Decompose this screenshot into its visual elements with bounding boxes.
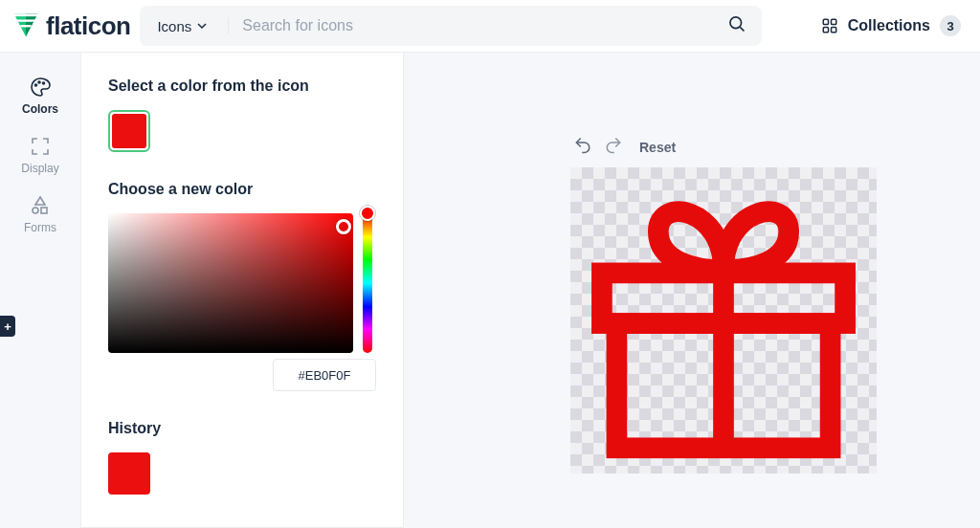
flaticon-logo-icon — [11, 11, 40, 40]
redo-icon — [605, 137, 622, 154]
svg-rect-2 — [20, 25, 31, 27]
category-dropdown-label: Icons — [157, 18, 191, 34]
svg-rect-8 — [831, 28, 835, 33]
svg-point-9 — [35, 84, 37, 86]
icon-preview — [570, 167, 877, 473]
logo-text: flaticon — [46, 11, 130, 41]
sv-thumb[interactable] — [336, 219, 351, 234]
svg-rect-6 — [831, 19, 835, 24]
chevron-down-icon — [197, 21, 207, 31]
search-icon — [727, 14, 746, 33]
tool-forms-label: Forms — [24, 221, 56, 234]
search-button[interactable] — [712, 14, 762, 37]
svg-rect-0 — [14, 14, 37, 16]
tool-colors[interactable]: Colors — [6, 66, 75, 123]
fullscreen-icon — [29, 135, 52, 158]
history-swatch-1[interactable] — [108, 452, 150, 495]
tool-forms[interactable]: Forms — [6, 185, 75, 242]
grid-icon — [821, 17, 838, 34]
select-color-title: Select a color from the icon — [108, 77, 376, 95]
tool-rail: Colors Display Forms + — [0, 53, 80, 528]
undo-icon — [574, 137, 591, 154]
canvas-area: Reset — [404, 53, 980, 528]
category-dropdown[interactable]: Icons — [140, 6, 224, 46]
tool-display[interactable]: Display — [6, 125, 75, 183]
color-panel: Select a color from the icon Choose a ne… — [80, 53, 404, 528]
app-header: flaticon Icons Collections 3 — [0, 0, 980, 53]
tool-display-label: Display — [21, 162, 58, 175]
redo-button[interactable] — [601, 133, 626, 162]
hue-slider[interactable] — [363, 213, 372, 353]
logo[interactable]: flaticon — [11, 11, 130, 41]
svg-point-11 — [43, 82, 45, 84]
svg-rect-13 — [41, 208, 47, 213]
undo-button[interactable] — [570, 133, 595, 162]
hue-thumb[interactable] — [360, 206, 375, 221]
saturation-value-picker[interactable] — [108, 213, 353, 353]
svg-rect-7 — [823, 28, 828, 33]
reset-button[interactable]: Reset — [639, 140, 676, 155]
search-bar: Icons — [140, 6, 762, 46]
main-area: Colors Display Forms + Select a color fr… — [0, 53, 980, 528]
search-input[interactable] — [228, 17, 712, 34]
shapes-icon — [29, 194, 52, 217]
svg-point-3 — [730, 17, 742, 29]
collections-button[interactable]: Collections 3 — [813, 15, 969, 36]
svg-rect-5 — [823, 19, 828, 24]
icon-color-swatch[interactable] — [108, 110, 150, 152]
svg-rect-1 — [17, 19, 35, 21]
expand-rail-button[interactable]: + — [0, 316, 15, 337]
choose-color-title: Choose a new color — [108, 181, 376, 198]
collections-count-badge: 3 — [940, 15, 961, 36]
tool-colors-label: Colors — [22, 102, 58, 116]
svg-point-10 — [38, 81, 40, 83]
gift-icon — [575, 172, 872, 469]
svg-line-4 — [741, 27, 745, 31]
history-title: History — [108, 420, 376, 437]
collections-label: Collections — [848, 17, 930, 34]
svg-point-12 — [33, 208, 38, 213]
canvas-toolbar: Reset — [570, 133, 947, 162]
hex-input[interactable] — [273, 359, 376, 391]
palette-icon — [29, 76, 52, 99]
